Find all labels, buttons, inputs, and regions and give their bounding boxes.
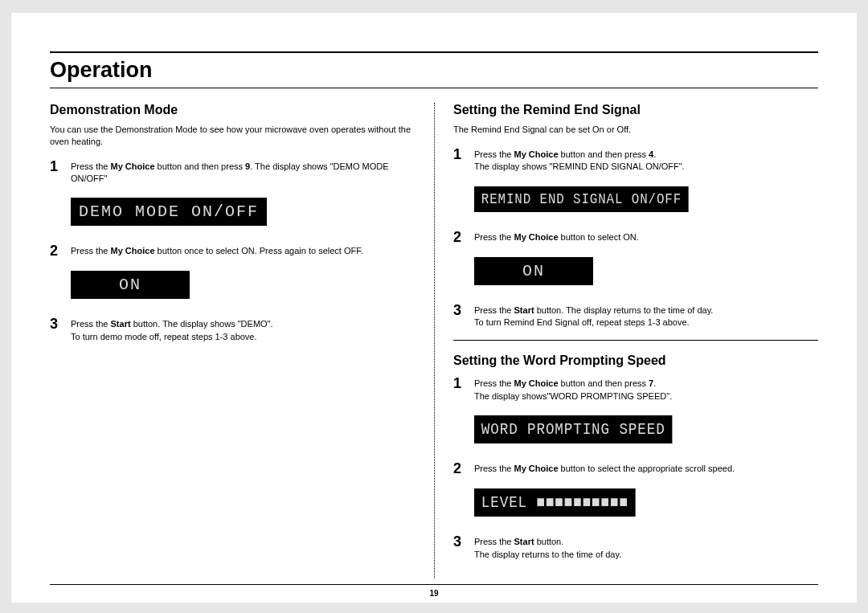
- speed-step-3: 3 Press the Start button. The display re…: [453, 534, 818, 561]
- section-underline: [50, 88, 818, 88]
- top-rule: [50, 51, 818, 53]
- demo-step-2: 2 Press the My Choice button once to sel…: [50, 243, 415, 258]
- step-num: 3: [50, 317, 71, 331]
- remind-section: Setting the Remind End Signal The Remind…: [453, 103, 818, 329]
- remind-heading: Setting the Remind End Signal: [453, 103, 818, 117]
- step-text: Press the Start button. The display retu…: [474, 534, 621, 561]
- step-text: Press the My Choice button and then pres…: [71, 159, 415, 186]
- footer-rule: [50, 584, 818, 585]
- lcd-display: DEMO MODE ON/OFF: [71, 198, 267, 226]
- speed-step-1: 1 Press the My Choice button and then pr…: [453, 376, 818, 403]
- speed-heading: Setting the Word Prompting Speed: [453, 353, 818, 368]
- page-number: 19: [11, 589, 857, 598]
- step-num: 1: [453, 147, 474, 161]
- step-text: Press the My Choice button and then pres…: [474, 376, 672, 403]
- step-num: 2: [453, 461, 474, 476]
- lcd-display: ON: [474, 257, 593, 285]
- manual-page: Operation Demonstration Mode You can use…: [11, 13, 857, 603]
- step-num: 2: [50, 243, 71, 258]
- step-num: 3: [453, 534, 474, 549]
- step-num: 1: [50, 159, 71, 174]
- left-column: Demonstration Mode You can use the Demon…: [50, 103, 434, 578]
- section-separator: [453, 340, 818, 341]
- columns: Demonstration Mode You can use the Demon…: [50, 103, 818, 578]
- right-column: Setting the Remind End Signal The Remind…: [434, 103, 818, 578]
- lcd-display: WORD PROMPTING SPEED: [474, 415, 672, 443]
- step-text: Press the My Choice button to select the…: [474, 461, 735, 475]
- section-title: Operation: [50, 58, 818, 83]
- step-text: Press the Start button. The display show…: [71, 317, 273, 343]
- step-text: Press the My Choice button to select ON.: [474, 230, 639, 243]
- demo-intro: You can use the Demonstration Mode to se…: [50, 124, 415, 148]
- step-num: 1: [453, 376, 474, 390]
- step-text: Press the Start button. The display retu…: [474, 303, 713, 329]
- lcd-display: ON: [71, 271, 190, 299]
- speed-section: Setting the Word Prompting Speed 1 Press…: [453, 353, 818, 561]
- step-text: Press the My Choice button and then pres…: [474, 147, 685, 174]
- speed-step-2: 2 Press the My Choice button to select t…: [453, 461, 818, 476]
- step-text: Press the My Choice button once to selec…: [71, 243, 363, 257]
- lcd-display: REMIND END SIGNAL ON/OFF: [474, 186, 689, 212]
- remind-step-1: 1 Press the My Choice button and then pr…: [453, 147, 818, 174]
- demo-step-1: 1 Press the My Choice button and then pr…: [50, 159, 415, 186]
- remind-intro: The Remind End Signal can be set On or O…: [453, 124, 818, 136]
- demo-heading: Demonstration Mode: [50, 103, 415, 117]
- remind-step-2: 2 Press the My Choice button to select O…: [453, 230, 818, 244]
- step-num: 3: [453, 303, 474, 317]
- lcd-display: LEVEL ■■■■■■■■■■: [474, 488, 636, 517]
- demo-mode-section: Demonstration Mode You can use the Demon…: [50, 103, 415, 343]
- step-num: 2: [453, 230, 474, 244]
- remind-step-3: 3 Press the Start button. The display re…: [453, 303, 818, 329]
- column-divider: [434, 103, 435, 578]
- demo-step-3: 3 Press the Start button. The display sh…: [50, 317, 415, 343]
